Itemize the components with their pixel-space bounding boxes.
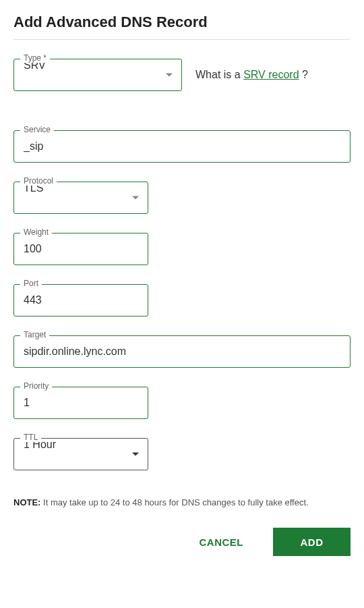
srv-record-link[interactable]: SRV record xyxy=(243,69,299,80)
note-text: NOTE: It may take up to 24 to 48 hours f… xyxy=(13,497,351,507)
service-input[interactable] xyxy=(13,130,351,163)
priority-field: Priority xyxy=(13,387,148,419)
ttl-field: TTL 1 Hour xyxy=(13,438,148,470)
service-field: Service xyxy=(13,130,351,163)
weight-label: Weight xyxy=(20,227,52,237)
target-label: Target xyxy=(20,330,49,339)
type-select[interactable]: SRV xyxy=(13,59,182,91)
type-label: Type * xyxy=(20,53,50,63)
ttl-label: TTL xyxy=(20,433,41,442)
target-field: Target xyxy=(13,335,351,368)
protocol-field: Protocol TLS xyxy=(13,182,148,214)
target-input[interactable] xyxy=(13,335,351,368)
ttl-select[interactable]: 1 Hour xyxy=(13,438,148,470)
weight-field: Weight xyxy=(13,233,148,265)
service-label: Service xyxy=(20,125,54,134)
page-title: Add Advanced DNS Record xyxy=(13,13,351,40)
help-text: What is a SRV record ? xyxy=(195,69,308,81)
help-suffix: ? xyxy=(299,69,308,80)
priority-label: Priority xyxy=(20,381,52,391)
protocol-label: Protocol xyxy=(20,176,57,186)
protocol-select[interactable]: TLS xyxy=(13,182,148,214)
priority-input[interactable] xyxy=(13,387,148,419)
help-prefix: What is a xyxy=(195,69,243,80)
add-button[interactable]: ADD xyxy=(273,528,351,556)
note-label: NOTE: xyxy=(13,497,40,507)
cancel-button[interactable]: CANCEL xyxy=(181,528,263,556)
port-input[interactable] xyxy=(13,284,148,316)
port-label: Port xyxy=(20,279,42,288)
port-field: Port xyxy=(13,284,148,316)
weight-input[interactable] xyxy=(13,233,148,265)
type-field: Type * SRV xyxy=(13,59,182,91)
note-body: It may take up to 24 to 48 hours for DNS… xyxy=(40,497,308,507)
button-row: CANCEL ADD xyxy=(13,528,351,556)
